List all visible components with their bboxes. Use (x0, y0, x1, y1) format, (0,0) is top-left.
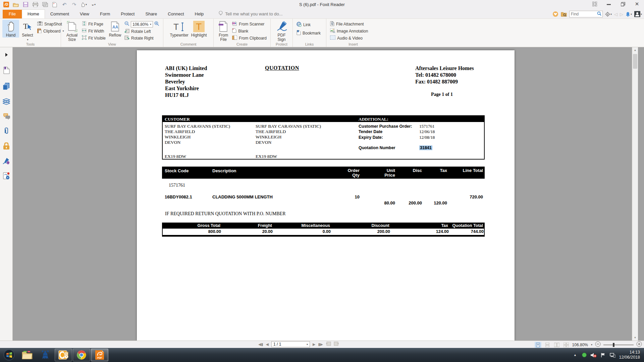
undo-icon[interactable]: ↶ (61, 1, 68, 8)
zoom-level-combo[interactable]: 106.80%▾ (131, 21, 153, 27)
save-icon[interactable] (22, 1, 29, 8)
facing-view-icon[interactable] (553, 342, 560, 348)
status-zoom-caret[interactable]: ▾ (591, 343, 592, 346)
next-view-icon[interactable] (334, 341, 339, 347)
typewriter-button[interactable]: T Typewriter (168, 20, 190, 38)
first-page-icon[interactable]: ◀▮ (258, 342, 263, 347)
tab-help[interactable]: Help (190, 10, 209, 18)
fit-width-button[interactable]: Fit Width (82, 28, 106, 34)
find-search-icon[interactable] (597, 11, 601, 17)
hand-tool-button[interactable]: Hand (2, 20, 19, 38)
create-from-scanner-button[interactable]: From Scanner (232, 21, 267, 27)
single-page-view-icon[interactable] (535, 342, 541, 348)
zoom-in-icon[interactable] (154, 21, 159, 27)
image-annotation-button[interactable]: Image Annotation (330, 28, 368, 34)
foxit-logo-icon[interactable] (3, 1, 9, 8)
restore-button[interactable] (619, 1, 627, 7)
audio-video-button[interactable]: Audio & Video (330, 35, 368, 41)
bookmarks-panel-icon[interactable] (2, 66, 11, 75)
actual-size-button[interactable]: Actual Size (63, 20, 80, 42)
tab-comment[interactable]: Comment (45, 10, 74, 18)
previous-page-icon[interactable]: ◀ (266, 342, 269, 347)
tray-status-icon[interactable] (581, 353, 587, 357)
redo-icon[interactable]: ↷ (71, 1, 77, 8)
zoom-out-icon[interactable] (124, 21, 129, 27)
taskbar-file-explorer[interactable] (18, 349, 36, 361)
favorite-heart-icon[interactable] (552, 11, 558, 17)
minimize-button[interactable] (604, 1, 613, 7)
tell-me-search[interactable]: Tell me what you want to do... (218, 11, 282, 18)
taskbar-app-blue[interactable] (37, 349, 54, 361)
select-tool-button[interactable]: T Select▾ (19, 20, 36, 42)
show-hidden-icons[interactable]: ▲ (572, 353, 578, 357)
find-box[interactable] (569, 11, 603, 17)
customize-toolbar-icon[interactable]: 🞃▾ (90, 1, 97, 8)
tab-share[interactable]: Share (140, 10, 162, 18)
file-attachment-button[interactable]: File Attachment (330, 21, 368, 27)
network-icon[interactable] (609, 353, 615, 358)
start-button[interactable] (0, 349, 18, 361)
highlight-button[interactable]: T Highlight (190, 20, 208, 38)
taskbar-foxit-reader[interactable]: PDF (91, 349, 108, 361)
workspace-switch-icon[interactable] (590, 1, 599, 7)
taskbar-chrome[interactable] (73, 349, 90, 361)
fit-page-button[interactable]: Fit Page (82, 21, 106, 27)
page-number-combo[interactable]: 1 / 1▾ (271, 341, 310, 347)
action-center-flag-icon[interactable] (600, 353, 606, 358)
field-panel-icon[interactable] (2, 171, 11, 181)
history-forward-icon[interactable]: ▷ (620, 12, 623, 17)
rotate-right-button[interactable]: Rotate Right (124, 35, 159, 41)
tab-connect[interactable]: Connect (162, 10, 189, 18)
pdf-sign-button[interactable]: PDF Sign (273, 20, 290, 42)
rotate-left-button[interactable]: Rotate Left (124, 28, 159, 34)
tab-home[interactable]: Home (22, 9, 45, 18)
document-area[interactable]: ABI (UK) Limited Swinemoor Lane Beverley… (13, 47, 638, 341)
bookmark-button[interactable]: Bookmark (297, 30, 321, 36)
layers-panel-icon[interactable] (2, 97, 11, 106)
tab-protect[interactable]: Protect (115, 10, 140, 18)
open-file-icon[interactable] (12, 1, 19, 8)
taskbar-outlook[interactable] (55, 349, 72, 361)
security-panel-icon[interactable] (2, 141, 11, 150)
new-document-icon[interactable]: * (51, 1, 58, 8)
next-page-icon[interactable]: ▶ (313, 342, 315, 347)
tab-file[interactable]: File (3, 10, 22, 18)
print-preview-icon[interactable] (42, 1, 48, 8)
comments-panel-icon[interactable] (2, 112, 11, 121)
notification-bell-icon[interactable]: ▾ (626, 12, 632, 17)
close-button[interactable]: ✕ (633, 1, 641, 7)
vertical-scrollbar[interactable]: ▲ ▼ (632, 47, 638, 341)
scroll-down-arrow[interactable]: ▼ (632, 335, 638, 341)
settings-gear-icon[interactable]: ▾ (605, 12, 612, 17)
create-blank-button[interactable]: * Blank (232, 28, 267, 34)
hand-tool-quick-icon[interactable]: ▾ (80, 1, 87, 8)
attachments-panel-icon[interactable] (2, 126, 11, 136)
previous-view-icon[interactable] (326, 341, 331, 347)
search-folder-icon[interactable] (561, 12, 567, 17)
scrollbar-thumb[interactable] (633, 54, 637, 69)
zoom-slider-thumb[interactable] (613, 343, 614, 347)
clipboard-button[interactable]: Clipboard▾ (37, 28, 64, 34)
create-from-clipboard-button[interactable]: From Clipboard (232, 35, 267, 41)
link-button[interactable]: Link (297, 22, 321, 27)
last-page-icon[interactable]: ▮▶ (318, 342, 323, 347)
continuous-facing-view-icon[interactable] (563, 342, 570, 348)
reflow-button[interactable]: AA Reflow (107, 20, 123, 38)
volume-muted-icon[interactable] (591, 353, 597, 358)
snapshot-button[interactable]: SnapShot (37, 21, 64, 27)
zoom-plus-button[interactable] (636, 341, 642, 348)
expand-panel-arrow-icon[interactable] (2, 50, 11, 59)
pages-panel-icon[interactable] (2, 81, 11, 91)
scroll-up-arrow[interactable]: ▲ (632, 47, 638, 53)
zoom-slider[interactable] (603, 345, 634, 345)
taskbar-clock[interactable]: 14:13 12/06/2018 (619, 350, 643, 360)
create-from-file-button[interactable]: From File (216, 20, 231, 42)
print-icon[interactable] (32, 1, 39, 8)
status-zoom-value[interactable]: 106.80% (572, 343, 588, 347)
fit-visible-button[interactable]: Fit Visible (82, 35, 106, 41)
continuous-view-icon[interactable] (544, 342, 551, 348)
history-back-icon[interactable]: ◁ (614, 12, 618, 17)
zoom-minus-button[interactable] (595, 341, 601, 348)
find-input[interactable] (571, 12, 597, 16)
quotation-number-value[interactable]: 31841 (419, 145, 432, 150)
